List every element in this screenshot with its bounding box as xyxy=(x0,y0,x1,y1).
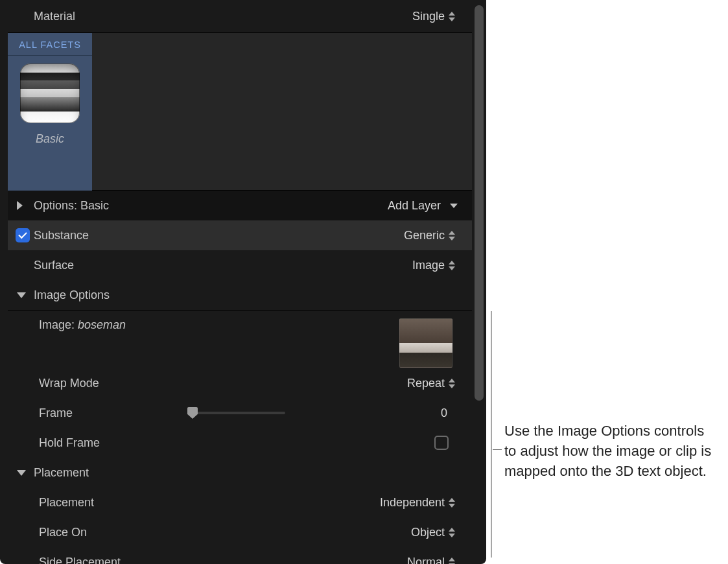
surface-popup[interactable]: Image xyxy=(376,259,467,272)
disclosure-down-icon[interactable] xyxy=(17,470,26,476)
image-well[interactable] xyxy=(399,318,452,368)
placement-popup[interactable]: Independent xyxy=(337,496,467,510)
disclosure-down-icon[interactable] xyxy=(17,292,26,298)
stepper-icon xyxy=(449,377,458,390)
side-placement-row: Side Placement Normal xyxy=(8,547,472,564)
add-layer-label: Add Layer xyxy=(388,199,445,213)
facet-all-facets[interactable]: ALL FACETS Basic xyxy=(8,33,92,191)
place-on-row: Place On Object xyxy=(8,517,472,547)
inspector-panel: Material Single ALL FACETS Basic Options… xyxy=(0,0,486,564)
wrap-mode-row: Wrap Mode Repeat xyxy=(8,368,472,398)
placement-header[interactable]: Placement xyxy=(8,458,472,488)
side-placement-value: Normal xyxy=(407,556,449,565)
placement-label: Placement xyxy=(39,496,188,510)
substance-popup[interactable]: Generic xyxy=(376,229,467,242)
facet-preset-name: Basic xyxy=(36,132,64,146)
inspector-body: Material Single ALL FACETS Basic Options… xyxy=(8,0,472,564)
hold-frame-row: Hold Frame xyxy=(8,428,472,458)
facet-thumbnail xyxy=(20,64,80,123)
hold-frame-checkbox[interactable] xyxy=(434,436,449,450)
material-row: Material Single xyxy=(8,0,472,32)
side-placement-popup[interactable]: Normal xyxy=(376,556,467,565)
material-value: Single xyxy=(412,10,449,23)
callout-bracket xyxy=(491,311,502,558)
place-on-value: Object xyxy=(411,526,449,539)
stepper-icon xyxy=(449,229,458,242)
image-options-header[interactable]: Image Options xyxy=(8,280,472,310)
stepper-icon xyxy=(449,496,458,509)
placement-value: Independent xyxy=(380,496,449,510)
surface-label: Surface xyxy=(34,259,183,272)
substance-label: Substance xyxy=(34,229,183,242)
frame-row: Frame 0 xyxy=(8,398,472,428)
side-placement-label: Side Placement xyxy=(39,556,188,565)
chevron-down-icon xyxy=(450,204,458,208)
stepper-icon xyxy=(449,556,458,564)
hold-frame-label: Hold Frame xyxy=(39,436,188,450)
image-source-row: Image: boseman xyxy=(8,310,472,368)
place-on-popup[interactable]: Object xyxy=(376,526,467,539)
callout-tick xyxy=(493,449,502,450)
checkmark-icon xyxy=(18,230,27,239)
options-basic-label: Options: Basic xyxy=(34,199,183,213)
slider-thumb-icon[interactable] xyxy=(187,407,198,419)
placement-row: Placement Independent xyxy=(8,488,472,517)
facets-area: ALL FACETS Basic xyxy=(8,32,472,191)
wrap-mode-label: Wrap Mode xyxy=(39,377,188,390)
place-on-label: Place On xyxy=(39,526,188,539)
material-label: Material xyxy=(34,10,183,23)
stepper-icon xyxy=(449,259,458,272)
material-popup[interactable]: Single xyxy=(376,10,467,23)
stepper-icon xyxy=(449,10,458,23)
add-layer-button[interactable]: Add Layer xyxy=(337,199,467,213)
frame-label: Frame xyxy=(39,406,188,420)
frame-slider[interactable] xyxy=(188,412,285,414)
image-source-name: boseman xyxy=(78,318,126,331)
image-source-label: Image: boseman xyxy=(39,318,188,332)
surface-value: Image xyxy=(412,259,449,272)
surface-row: Surface Image xyxy=(8,250,472,280)
placement-header-label: Placement xyxy=(34,466,183,480)
callout-text: Use the Image Options controls to adjust… xyxy=(504,421,718,481)
wrap-mode-value: Repeat xyxy=(407,377,449,390)
stepper-icon xyxy=(449,526,458,539)
image-source-prefix: Image: xyxy=(39,318,78,331)
substance-checkbox[interactable] xyxy=(16,228,30,242)
options-basic-row[interactable]: Options: Basic Add Layer xyxy=(8,191,472,220)
substance-row: Substance Generic xyxy=(8,220,472,250)
disclosure-right-icon[interactable] xyxy=(17,201,23,210)
substance-value: Generic xyxy=(404,229,449,242)
facet-tab-label: ALL FACETS xyxy=(8,33,92,56)
image-options-label: Image Options xyxy=(34,288,183,302)
wrap-mode-popup[interactable]: Repeat xyxy=(376,377,467,390)
scrollbar-vertical[interactable] xyxy=(475,5,484,401)
frame-value[interactable]: 0 xyxy=(408,406,447,420)
